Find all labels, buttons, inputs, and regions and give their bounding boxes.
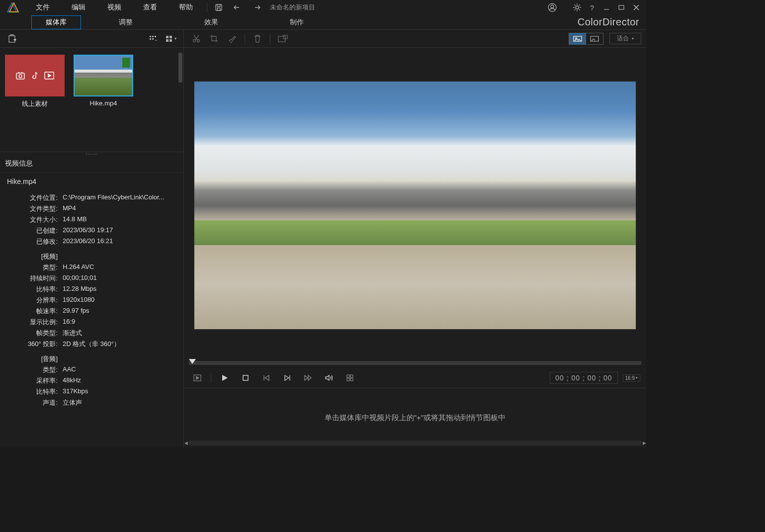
project-name: 未命名的新项目 <box>270 3 315 12</box>
maximize-button[interactable] <box>614 1 628 14</box>
import-icon[interactable] <box>5 32 20 45</box>
value-framerate: 29.97 fps <box>63 307 89 316</box>
svg-point-4 <box>576 6 579 9</box>
value-file-location: C:\Program Files\CyberLink\Color... <box>63 193 164 202</box>
zoom-fit-dropdown[interactable]: 适合▾ <box>609 33 641 44</box>
label-vtype: 类型: <box>7 263 63 272</box>
label-abitrate: 比特率: <box>7 387 63 396</box>
aspect-badge[interactable]: 16:9▾ <box>623 374 640 382</box>
scroll-right-icon[interactable]: ▶ <box>641 441 648 445</box>
menu-video[interactable]: 视频 <box>98 1 130 14</box>
grid-icon[interactable] <box>342 371 357 384</box>
volume-icon[interactable] <box>322 371 337 384</box>
svg-rect-16 <box>16 73 24 79</box>
redo-icon[interactable] <box>249 1 264 14</box>
preview-toolbar: 适合▾ <box>184 30 646 48</box>
menu-edit[interactable]: 编辑 <box>63 1 94 14</box>
scroll-left-icon[interactable]: ◀ <box>182 441 189 445</box>
value-atype: AAC <box>63 365 76 374</box>
label-file-type: 文件类型: <box>7 204 63 213</box>
play-range-icon[interactable] <box>190 371 205 384</box>
svg-point-19 <box>193 39 196 42</box>
playhead-icon[interactable] <box>189 359 196 364</box>
crop-icon[interactable] <box>207 32 222 45</box>
thumb-hike-mp4[interactable]: Hike.mp4 <box>74 55 133 145</box>
tab-effects[interactable]: 效果 <box>190 16 232 29</box>
label-atype: 类型: <box>7 365 63 374</box>
account-icon[interactable] <box>545 1 560 14</box>
label-modified: 已修改: <box>7 237 63 246</box>
menu-view[interactable]: 查看 <box>134 1 166 14</box>
media-thumbnails: 线上素材 Hike.mp4 <box>0 48 183 152</box>
delete-icon[interactable] <box>250 32 265 45</box>
compare-split-icon[interactable] <box>586 33 603 44</box>
thumb-online-media[interactable]: 线上素材 <box>5 55 65 145</box>
label-resolution: 分辨率: <box>7 296 63 305</box>
svg-rect-29 <box>350 375 353 377</box>
value-samplerate: 48kHz <box>63 376 81 385</box>
left-panel: ▾ 线上素材 Hike.mp4 ••••• <box>0 30 184 447</box>
tab-produce[interactable]: 制作 <box>276 16 318 29</box>
svg-point-3 <box>551 5 554 8</box>
snapshot-icon[interactable] <box>275 32 290 45</box>
storyboard-scrollbar[interactable] <box>189 441 641 445</box>
svg-rect-1 <box>217 8 220 10</box>
prev-frame-icon[interactable] <box>259 371 274 384</box>
label-aspect: 显示比例: <box>7 318 63 327</box>
play-icon[interactable] <box>217 371 232 384</box>
undo-icon[interactable] <box>230 1 245 14</box>
compare-toggle <box>569 33 603 45</box>
info-body: 文件位置:C:\Program Files\CyberLink\Color...… <box>0 190 183 447</box>
clip-thumbnail <box>74 55 133 96</box>
compare-single-icon[interactable] <box>569 33 586 44</box>
timeline-slider[interactable] <box>184 358 646 368</box>
svg-rect-10 <box>150 38 151 40</box>
preview-image[interactable] <box>194 81 636 330</box>
next-frame-icon[interactable] <box>280 371 295 384</box>
menu-file[interactable]: 文件 <box>27 1 59 14</box>
tab-adjust[interactable]: 调整 <box>105 16 147 29</box>
stop-icon[interactable] <box>238 371 253 384</box>
storyboard-panel[interactable]: 单击媒体库中视频片段上的"+"或将其拖动到情节图板中 ◀ ▶ <box>184 388 646 447</box>
timecode-display[interactable]: 00 ; 00 ; 00 ; 00 <box>550 372 617 384</box>
app-logo-icon <box>3 0 23 14</box>
fast-forward-icon[interactable] <box>301 371 316 384</box>
library-scrollbar[interactable] <box>178 53 182 83</box>
svg-rect-11 <box>152 38 154 40</box>
svg-rect-27 <box>243 375 248 380</box>
label-channels: 声道: <box>7 398 63 407</box>
view-mode-icon[interactable]: ▾ <box>164 32 178 45</box>
svg-rect-8 <box>152 36 154 37</box>
right-panel: 适合▾ 00 ; 00 ; 00 ; 00 <box>184 30 646 447</box>
playback-bar: 00 ; 00 ; 00 ; 00 16:9▾ <box>184 368 646 388</box>
value-vbitrate: 12.28 Mbps <box>63 285 96 294</box>
main-menu: 文件 编辑 视频 查看 帮助 <box>27 1 202 14</box>
sort-icon[interactable] <box>146 32 161 45</box>
svg-rect-0 <box>216 4 222 10</box>
value-file-type: MP4 <box>63 204 76 213</box>
value-frametype: 渐进式 <box>63 329 82 338</box>
minimize-button[interactable] <box>599 1 613 14</box>
value-duration: 00;00;10;01 <box>63 274 97 283</box>
label-file-size: 文件大小: <box>7 215 63 224</box>
brush-icon[interactable] <box>225 32 240 45</box>
value-abitrate: 317Kbps <box>63 387 88 396</box>
svg-rect-9 <box>155 36 156 37</box>
close-button[interactable] <box>629 1 643 14</box>
label-vbitrate: 比特率: <box>7 285 63 294</box>
svg-rect-7 <box>150 36 151 37</box>
svg-point-17 <box>19 75 22 78</box>
info-filename: Hike.mp4 <box>0 173 183 190</box>
value-aspect: 16:9 <box>63 318 75 327</box>
save-icon[interactable] <box>211 1 226 14</box>
help-icon[interactable]: ? <box>585 1 599 14</box>
value-vtype: H.264 AVC <box>63 263 94 272</box>
tab-media-library[interactable]: 媒体库 <box>31 15 81 29</box>
titlebar-actions: 未命名的新项目 <box>207 1 315 14</box>
svg-point-20 <box>197 39 200 42</box>
menu-help[interactable]: 帮助 <box>170 1 202 14</box>
settings-icon[interactable] <box>570 1 585 14</box>
value-channels: 立体声 <box>63 398 82 407</box>
cut-icon[interactable] <box>189 32 204 45</box>
svg-rect-13 <box>170 36 172 38</box>
